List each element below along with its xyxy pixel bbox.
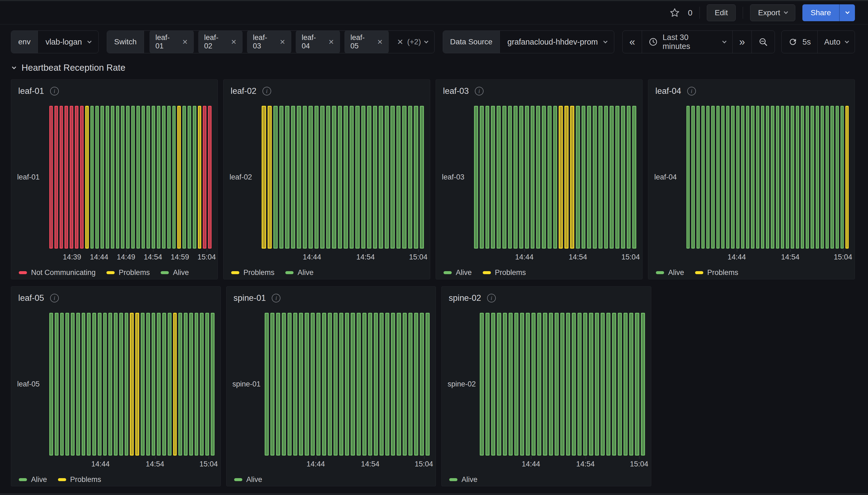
legend-item-alive[interactable]: Alive xyxy=(161,269,189,277)
info-icon[interactable]: i xyxy=(50,87,59,96)
switch-overflow-toggle[interactable]: ✕ (+2) xyxy=(394,31,434,53)
status-bar-alive[interactable] xyxy=(491,313,495,456)
status-bar-alive[interactable] xyxy=(786,106,789,249)
time-range-picker[interactable]: Last 30 minutes xyxy=(642,31,733,53)
chip-close-icon[interactable]: ✕ xyxy=(328,38,334,46)
status-bar-alive[interactable] xyxy=(157,106,160,249)
status-bar-alive[interactable] xyxy=(615,106,619,249)
status-bar-alive[interactable] xyxy=(285,106,290,249)
chip-close-icon[interactable]: ✕ xyxy=(280,38,285,46)
status-bar-alive[interactable] xyxy=(741,106,744,249)
status-bar-alive[interactable] xyxy=(91,106,94,249)
status-bar-alive[interactable] xyxy=(711,106,715,249)
status-bar-alive[interactable] xyxy=(357,313,361,456)
status-bar-alive[interactable] xyxy=(55,313,59,456)
status-bar-alive[interactable] xyxy=(536,106,540,249)
status-bar-alive[interactable] xyxy=(706,106,709,249)
status-bar-problems[interactable] xyxy=(262,106,266,249)
status-bar-alive[interactable] xyxy=(316,313,321,456)
status-bar-alive[interactable] xyxy=(402,106,407,249)
status-bar-alive[interactable] xyxy=(282,313,286,456)
status-bar-alive[interactable] xyxy=(801,106,804,249)
status-bar-alive[interactable] xyxy=(114,313,118,456)
status-bar-alive[interactable] xyxy=(836,106,839,249)
legend-item-problems[interactable]: Problems xyxy=(58,475,101,484)
status-bar-problems[interactable] xyxy=(559,106,563,249)
status-bar-alive[interactable] xyxy=(766,106,769,249)
status-bar-alive[interactable] xyxy=(276,313,280,456)
status-bar-alive[interactable] xyxy=(618,313,622,456)
status-bar-alive[interactable] xyxy=(641,313,645,456)
status-bar-alive[interactable] xyxy=(776,106,779,249)
switch-chip-leaf-05[interactable]: leaf-05✕ xyxy=(344,31,389,53)
status-bar-alive[interactable] xyxy=(100,106,104,249)
panel-title[interactable]: spine-02 xyxy=(449,293,481,303)
status-bar-alive[interactable] xyxy=(821,106,824,249)
edit-button[interactable]: Edit xyxy=(707,4,736,21)
status-bar-not_communicating[interactable] xyxy=(70,106,73,249)
status-bar-alive[interactable] xyxy=(60,313,64,456)
status-bar-alive[interactable] xyxy=(497,313,501,456)
status-bar-alive[interactable] xyxy=(840,106,844,249)
status-bar-not_communicating[interactable] xyxy=(65,106,68,249)
status-bar-alive[interactable] xyxy=(265,313,269,456)
status-bar-alive[interactable] xyxy=(162,313,166,456)
refresh-interval-picker[interactable]: Auto xyxy=(817,31,855,53)
status-bar-alive[interactable] xyxy=(385,313,389,456)
status-bar-alive[interactable] xyxy=(279,106,284,249)
status-bar-alive[interactable] xyxy=(193,106,196,249)
status-bar-alive[interactable] xyxy=(549,313,553,456)
status-bar-alive[interactable] xyxy=(525,106,529,249)
status-bar-alive[interactable] xyxy=(374,313,378,456)
status-bar-alive[interactable] xyxy=(71,313,75,456)
status-bar-problems[interactable] xyxy=(564,106,569,249)
status-bar-not_communicating[interactable] xyxy=(208,106,212,249)
status-bar-problems[interactable] xyxy=(173,313,177,456)
status-bar-alive[interactable] xyxy=(351,313,355,456)
status-bar-alive[interactable] xyxy=(65,313,69,456)
status-bar-alive[interactable] xyxy=(486,106,490,249)
status-bar-alive[interactable] xyxy=(486,313,490,456)
status-bar-alive[interactable] xyxy=(339,313,343,456)
status-bar-alive[interactable] xyxy=(514,313,519,456)
status-bar-not_communicating[interactable] xyxy=(49,106,53,249)
status-bar-alive[interactable] xyxy=(173,106,176,249)
status-bar-alive[interactable] xyxy=(328,313,332,456)
favorite-star-icon[interactable] xyxy=(667,5,682,20)
status-bar-alive[interactable] xyxy=(349,106,354,249)
status-bar-alive[interactable] xyxy=(560,313,564,456)
status-bar-alive[interactable] xyxy=(595,313,599,456)
status-bar-alive[interactable] xyxy=(583,313,587,456)
time-shift-back-button[interactable]: « xyxy=(623,31,641,53)
status-bar-alive[interactable] xyxy=(167,106,171,249)
status-bar-alive[interactable] xyxy=(731,106,734,249)
status-bar-alive[interactable] xyxy=(355,106,360,249)
time-zoom-out-button[interactable] xyxy=(752,31,775,53)
info-icon[interactable]: i xyxy=(487,294,496,303)
status-bar-alive[interactable] xyxy=(195,313,198,456)
status-bar-alive[interactable] xyxy=(420,106,424,249)
status-bar-problems[interactable] xyxy=(177,106,181,249)
status-bar-alive[interactable] xyxy=(572,313,576,456)
status-bar-alive[interactable] xyxy=(390,106,395,249)
status-bar-alive[interactable] xyxy=(736,106,739,249)
chip-close-icon[interactable]: ✕ xyxy=(377,38,383,46)
status-bar-alive[interactable] xyxy=(623,313,627,456)
status-bar-alive[interactable] xyxy=(162,106,166,249)
status-bar-alive[interactable] xyxy=(526,313,530,456)
status-bar-alive[interactable] xyxy=(771,106,774,249)
status-bar-alive[interactable] xyxy=(157,313,161,456)
switch-chip-leaf-04[interactable]: leaf-04✕ xyxy=(296,31,340,53)
status-bar-alive[interactable] xyxy=(414,106,418,249)
status-bar-alive[interactable] xyxy=(125,313,129,456)
panel-title[interactable]: spine-01 xyxy=(234,293,266,303)
status-bar-alive[interactable] xyxy=(178,313,182,456)
status-bar-alive[interactable] xyxy=(577,313,582,456)
info-icon[interactable]: i xyxy=(475,87,484,96)
status-bar-alive[interactable] xyxy=(686,106,690,249)
status-bar-alive[interactable] xyxy=(373,106,377,249)
status-bar-alive[interactable] xyxy=(825,106,829,249)
status-bar-alive[interactable] xyxy=(555,313,559,456)
info-icon[interactable]: i xyxy=(262,87,271,96)
status-bar-alive[interactable] xyxy=(385,106,389,249)
